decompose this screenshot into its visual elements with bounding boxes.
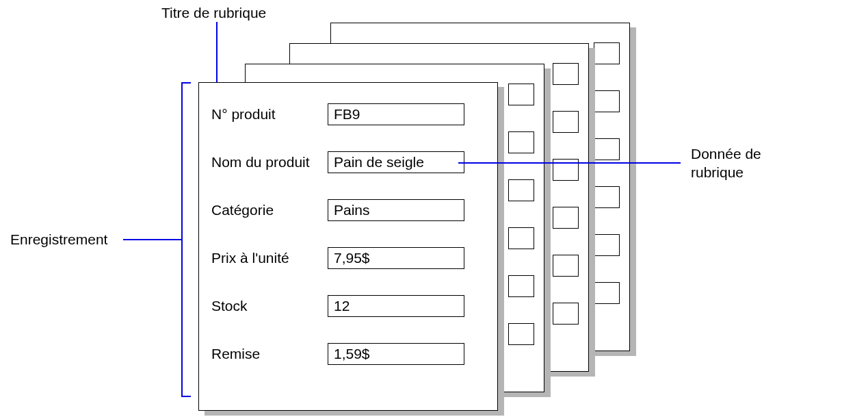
ghost-field xyxy=(508,131,534,153)
ghost-field xyxy=(553,207,579,229)
field-label: Prix à l'unité xyxy=(211,250,328,266)
ghost-field xyxy=(553,303,579,325)
field-row-category: Catégorie xyxy=(211,199,485,221)
ghost-field xyxy=(594,138,620,160)
callout-line-record-2 xyxy=(164,239,182,240)
callout-field-data-line1: Donnée de xyxy=(691,144,761,163)
field-row-discount: Remise xyxy=(211,343,485,365)
field-row-stock: Stock xyxy=(211,295,485,317)
ghost-field xyxy=(508,84,534,105)
field-input-stock[interactable] xyxy=(328,295,464,317)
ghost-field xyxy=(594,42,620,64)
field-label: N° produit xyxy=(211,106,328,123)
callout-field-data-line2: rubrique xyxy=(691,163,744,181)
callout-line-field-data xyxy=(458,162,681,164)
callout-line-record xyxy=(123,239,164,240)
field-row-unit-price: Prix à l'unité xyxy=(211,247,485,269)
field-input-discount[interactable] xyxy=(328,343,464,365)
field-input-unit-price[interactable] xyxy=(328,247,464,269)
ghost-field xyxy=(508,227,534,249)
callout-field-title: Titre de rubrique xyxy=(161,3,266,22)
field-input-product-number[interactable] xyxy=(328,103,464,125)
field-label: Remise xyxy=(211,346,328,362)
ghost-field xyxy=(508,275,534,297)
ghost-field xyxy=(553,111,579,133)
callout-record: Enregistrement xyxy=(10,230,107,249)
ghost-field xyxy=(553,255,579,277)
field-label: Catégorie xyxy=(211,202,328,218)
field-input-product-name[interactable] xyxy=(328,151,464,173)
field-row-product-number: N° produit xyxy=(211,103,485,125)
field-label: Nom du produit xyxy=(211,154,328,170)
ghost-field xyxy=(508,179,534,201)
ghost-field xyxy=(508,323,534,345)
field-input-category[interactable] xyxy=(328,199,464,221)
ghost-field xyxy=(594,186,620,208)
ghost-field xyxy=(553,63,579,85)
record-card-front: N° produit Nom du produit Catégorie Prix… xyxy=(198,82,498,411)
ghost-field xyxy=(594,234,620,256)
record-bracket xyxy=(181,82,191,397)
field-label: Stock xyxy=(211,298,328,314)
field-row-product-name: Nom du produit xyxy=(211,151,485,173)
ghost-field xyxy=(594,282,620,304)
ghost-field xyxy=(594,90,620,112)
